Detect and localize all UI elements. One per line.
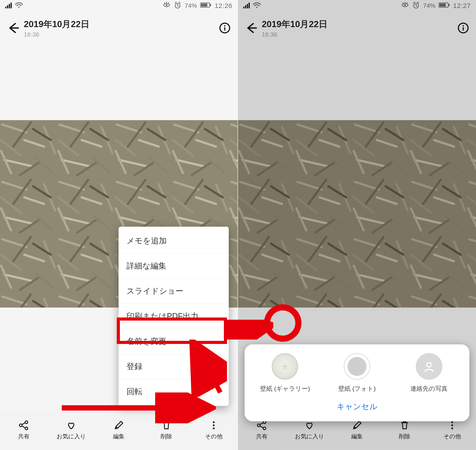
option-label: 壁紙 (ギャラリー) [260, 385, 310, 393]
trash-icon [399, 420, 410, 430]
info-button[interactable] [457, 21, 470, 35]
wifi-icon [15, 2, 23, 10]
more-menu-popover: メモを追加 詳細な編集 スライドショー 印刷またはPDF出力 名前を変更 登録 … [118, 227, 229, 406]
annotation-highlight-ring [264, 304, 301, 342]
heart-icon [304, 420, 315, 430]
menu-rotate[interactable]: 回転 [118, 379, 229, 404]
contact-photo-icon [416, 353, 442, 380]
battery-percent: 74% [185, 2, 197, 9]
status-time: 12:27 [453, 2, 471, 10]
option-label: 連絡先の写真 [410, 385, 447, 393]
tool-share[interactable]: 共有 [0, 410, 47, 450]
menu-slideshow[interactable]: スライドショー [118, 279, 229, 304]
tool-delete[interactable]: 削除 [143, 410, 190, 450]
option-contact-photo[interactable]: 連絡先の写真 [393, 353, 465, 393]
header: 2019年10月22日 16:36 [0, 12, 238, 45]
menu-advanced-edit[interactable]: 詳細な編集 [118, 254, 229, 279]
battery-icon [439, 1, 450, 10]
photo-viewer[interactable] [238, 120, 476, 308]
menu-rename[interactable]: 名前を変更 [118, 329, 229, 354]
wallpaper-gallery-icon [272, 353, 298, 380]
menu-print-pdf[interactable]: 印刷またはPDF出力 [118, 304, 229, 329]
tool-more[interactable]: その他 [190, 410, 238, 450]
bottom-toolbar: 共有 お気に入り 編集 削除 その他 [0, 410, 238, 450]
set-as-sheet: 壁紙 (ギャラリー) 壁紙 (フォト) 連絡先の写真 キャンセル [245, 344, 469, 421]
eyecare-icon [163, 1, 170, 10]
status-time: 12:26 [215, 2, 232, 10]
signal-icon [243, 2, 250, 10]
alarm-icon [412, 1, 420, 10]
option-wallpaper-photos[interactable]: 壁紙 (フォト) [321, 353, 393, 393]
battery-percent: 74% [423, 2, 435, 9]
header-time: 16:36 [24, 31, 218, 38]
pencil-icon [352, 420, 362, 430]
header-date: 2019年10月22日 [24, 18, 218, 30]
share-icon [257, 420, 267, 430]
back-button[interactable] [6, 21, 22, 35]
signal-icon [5, 2, 12, 10]
option-wallpaper-gallery[interactable]: 壁紙 (ギャラリー) [249, 353, 321, 393]
tool-edit[interactable]: 編集 [95, 410, 143, 450]
screen-left: 74% 12:26 2019年10月22日 16:36 メモを追加 詳細な編集 … [0, 0, 238, 450]
wifi-icon [253, 2, 261, 10]
dots-icon [208, 420, 219, 430]
info-button[interactable] [218, 21, 231, 35]
status-bar: 74% 12:26 [0, 0, 238, 12]
battery-icon [200, 1, 212, 10]
menu-set-as[interactable]: 登録 [118, 354, 229, 379]
status-bar: 74% 12:27 [238, 0, 476, 12]
svg-rect-34 [238, 120, 476, 308]
dots-icon [447, 420, 458, 430]
wallpaper-photos-icon [344, 353, 370, 380]
tool-favorite[interactable]: お気に入り [47, 410, 95, 450]
screen-right: 74% 12:27 2019年10月22日 16:36 共有 お気に入り [238, 0, 476, 450]
heart-icon [66, 420, 76, 430]
header-date: 2019年10月22日 [262, 18, 457, 30]
pencil-icon [113, 420, 124, 430]
menu-add-memo[interactable]: メモを追加 [118, 228, 229, 254]
sheet-cancel-button[interactable]: キャンセル [249, 393, 465, 421]
option-label: 壁紙 (フォト) [338, 385, 376, 393]
back-button[interactable] [244, 21, 260, 35]
share-icon [18, 420, 29, 430]
trash-icon [161, 420, 172, 430]
eyecare-icon [401, 1, 409, 10]
alarm-icon [174, 1, 182, 10]
header: 2019年10月22日 16:36 [238, 12, 476, 45]
header-time: 16:36 [262, 31, 457, 38]
